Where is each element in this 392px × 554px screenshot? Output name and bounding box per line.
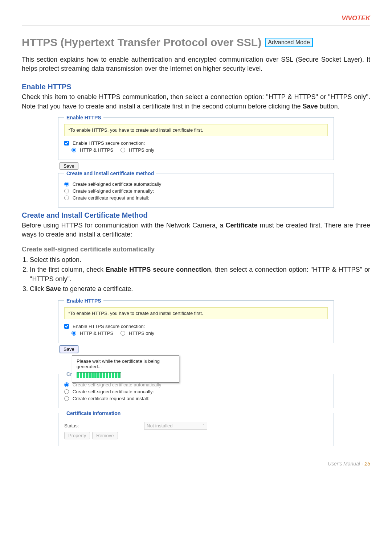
cert-request-label: Create certificate request and install: [73,195,149,201]
cert-manual-radio[interactable] [64,189,69,193]
enable-https-fieldset: Enable HTTPS *To enable HTTPS, you have … [58,115,334,160]
status-value: Not installed [147,423,173,428]
enable-https-checkbox-label-2: Enable HTTPS secure connection: [73,324,145,329]
step-1: Select this option. [30,255,370,264]
https-only-label: HTTPS only [129,147,154,153]
http-and-https-label: HTTP & HTTPS [80,147,113,153]
intro-paragraph: This section explains how to enable auth… [22,55,370,73]
enable-https-checkbox[interactable] [64,141,69,145]
progress-dialog: Please wait while the certificate is bei… [72,355,179,383]
https-notice-2: *To enable HTTPS, you have to create and… [64,307,328,319]
cert-auto-label: Create self-signed certificate automatic… [73,181,161,187]
create-cert-heading: Create and Install Certificate Method [22,211,370,219]
status-select[interactable]: Not installed ˅ [144,422,207,430]
cert-info-legend: Certificate Information [64,410,123,416]
https-only-radio-2[interactable] [121,331,125,336]
remove-button[interactable]: Remove [92,432,118,439]
create-cert-desc: Before using HTTPS for communication wit… [22,221,370,239]
top-divider [22,25,370,25]
progress-bar [77,372,121,378]
cert-method-legend: Create and install certificate method [64,171,156,176]
cert-method-fieldset: Create and install certificate method Cr… [58,171,334,208]
chevron-down-icon: ˅ [202,423,205,428]
brand-label: VIVOTEK [22,15,370,22]
enable-https-legend-2: Enable HTTPS [64,298,103,304]
cert-auto-radio[interactable] [64,182,69,186]
http-and-https-radio-2[interactable] [72,331,76,336]
enable-https-checkbox-label: Enable HTTPS secure connection: [73,140,145,146]
title-text: HTTPS (Hypertext Transfer Protocol over … [22,36,261,49]
step-3: Click Save to generate a certificate. [30,284,370,294]
https-notice: *To enable HTTPS, you have to create and… [64,124,328,136]
cert-request-label-2: Create certificate request and install: [73,396,149,401]
auto-cert-subheading: Create self-signed certificate automatic… [22,246,370,253]
cert-manual-radio-2[interactable] [64,389,69,394]
cert-info-fieldset: Certificate Information Status: Not inst… [58,410,334,446]
save-button[interactable]: Save [60,162,78,170]
page-footer: User's Manual - 25 [22,461,370,467]
cert-request-radio[interactable] [64,196,69,200]
page-title: HTTPS (Hypertext Transfer Protocol over … [22,36,370,49]
auto-cert-steps: Select this option. In the first column,… [22,255,370,294]
step-2: In the first column, check Enable HTTPS … [30,265,370,283]
http-and-https-radio[interactable] [72,148,76,152]
https-only-radio[interactable] [121,148,125,152]
cert-manual-label: Create self-signed certificate manually: [73,188,154,194]
enable-https-desc: Check this item to enable HTTPS communic… [22,93,370,111]
save-button-2[interactable]: Save [60,345,78,353]
cert-manual-label-2: Create self-signed certificate manually: [73,389,154,394]
http-and-https-label-2: HTTP & HTTPS [80,331,113,336]
enable-https-legend: Enable HTTPS [64,115,103,120]
progress-text: Please wait while the certificate is bei… [77,358,175,369]
status-label: Status: [64,423,137,428]
cert-auto-label-2: Create self-signed certificate automatic… [73,382,161,387]
enable-https-heading: Enable HTTPS [22,83,370,91]
property-button[interactable]: Property [64,432,90,439]
enable-https-fieldset-2: Enable HTTPS *To enable HTTPS, you have … [58,298,334,343]
https-only-label-2: HTTPS only [129,331,154,336]
enable-https-checkbox-2[interactable] [64,324,69,329]
cert-request-radio-2[interactable] [64,396,69,401]
advanced-mode-badge: Advanced Mode [265,38,313,47]
cert-auto-radio-2[interactable] [64,382,69,387]
